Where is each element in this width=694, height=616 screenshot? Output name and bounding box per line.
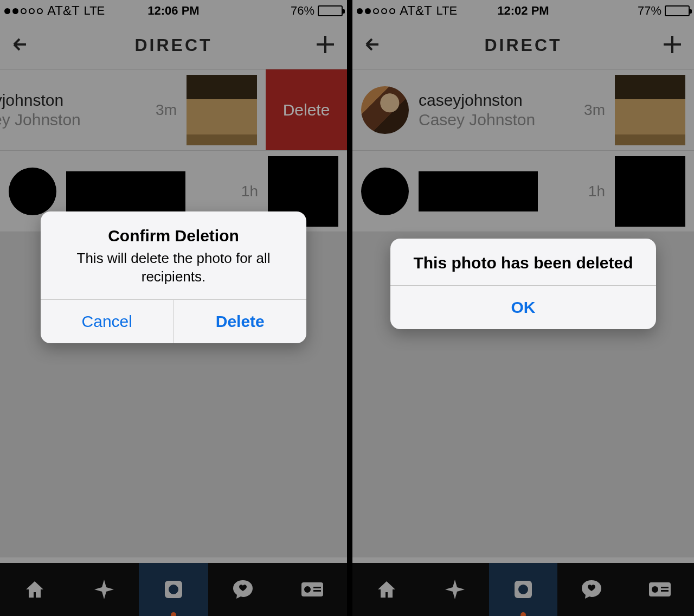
screenshot-right: AT&T LTE 12:02 PM 77% DIRECT caseyjohnst… [347,0,694,616]
alert-title: Confirm Deletion [56,227,291,245]
alert-scrim: Confirm Deletion This will delete the ph… [0,0,347,616]
ok-button[interactable]: OK [390,286,656,329]
alert-message: This will delete the photo for all recip… [56,249,291,286]
alert-title: This photo has been deleted [406,254,641,272]
delete-button[interactable]: Delete [174,300,307,343]
confirm-deletion-alert: Confirm Deletion This will delete the ph… [41,211,306,343]
screenshot-left: AT&T LTE 12:06 PM 76% DIRECT eyjohnston … [0,0,347,616]
alert-scrim: This photo has been deleted OK [352,0,694,616]
cancel-button[interactable]: Cancel [41,300,174,343]
deleted-alert: This photo has been deleted OK [390,239,656,329]
